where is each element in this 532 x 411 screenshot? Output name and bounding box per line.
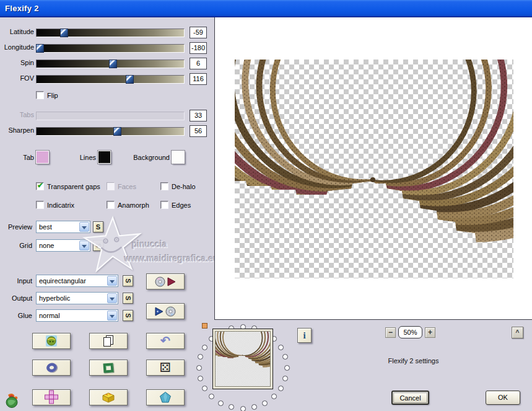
- torus-button[interactable]: [32, 360, 71, 376]
- collapse-button[interactable]: ^: [512, 327, 523, 338]
- slider-value[interactable]: 6: [190, 58, 207, 69]
- preview-select[interactable]: best: [36, 221, 90, 233]
- input-select-label: Input: [0, 277, 32, 285]
- window-title: Flexify 2: [0, 0, 532, 17]
- input-select[interactable]: equirectangular: [36, 275, 118, 287]
- background-color-swatch[interactable]: [172, 151, 185, 164]
- slider-value[interactable]: 56: [190, 125, 207, 137]
- decor-dot: [202, 345, 207, 350]
- grid-select[interactable]: none: [36, 239, 90, 252]
- output-select[interactable]: hyperbolic: [36, 292, 118, 304]
- zoom-level: 50%: [398, 326, 422, 338]
- slider-value[interactable]: 33: [190, 110, 207, 122]
- zoom-out-button[interactable]: −: [385, 327, 396, 338]
- input-s-button[interactable]: S: [123, 275, 133, 286]
- slider-track[interactable]: [36, 75, 185, 84]
- de-halo-checkbox[interactable]: [160, 182, 168, 190]
- output-select-value: hyperbolic: [39, 294, 70, 302]
- dice-icon: ⚄: [160, 361, 171, 374]
- slider-row-longitude: Longitude -180: [0, 42, 214, 55]
- gift-box-button[interactable]: [89, 389, 128, 405]
- chevron-down-icon[interactable]: [107, 276, 117, 286]
- flip-checkbox[interactable]: [36, 91, 44, 99]
- titlebar[interactable]: Flexify 2: [0, 0, 532, 17]
- slider-track[interactable]: [36, 127, 185, 136]
- polyhedron-button[interactable]: [146, 389, 185, 405]
- globe-button[interactable]: [32, 333, 71, 349]
- glue-select[interactable]: normal: [36, 309, 118, 322]
- orange-marker[interactable]: [202, 323, 207, 329]
- slider-thumb[interactable]: [113, 127, 121, 136]
- cancel-button[interactable]: Cancel: [391, 391, 429, 405]
- red-play-icon: [167, 277, 176, 286]
- slider-value[interactable]: 116: [190, 73, 207, 85]
- slider-track: [36, 112, 185, 120]
- checkbox-label: Anamorph: [118, 201, 149, 209]
- slider-row-spin: Spin 6: [0, 58, 214, 70]
- settings-status-text: Flexify 2 settings: [362, 357, 464, 365]
- slider-label: Tabs: [0, 111, 34, 118]
- decor-dot: [240, 406, 246, 411]
- load-settings-button[interactable]: [146, 273, 185, 289]
- frame-button[interactable]: [89, 360, 128, 376]
- decor-dot: [209, 394, 214, 399]
- slider-label: Sharpen: [0, 126, 34, 134]
- watermark-line2: www.maidiregrafica.eu: [124, 254, 214, 263]
- chevron-down-icon[interactable]: [107, 293, 117, 303]
- slider-label: Spin: [0, 59, 34, 66]
- ok-button[interactable]: OK: [486, 391, 520, 405]
- copy-button[interactable]: [89, 333, 128, 349]
- edges-checkbox[interactable]: [160, 201, 168, 209]
- flexify-dialog: Flexify 2 Latitude -59 Longitude -180 Sp…: [0, 0, 532, 411]
- checkbox-label: Indicatrix: [47, 201, 74, 209]
- slider-thumb[interactable]: [36, 44, 44, 53]
- glue-select-value: normal: [39, 312, 60, 319]
- cd-icon: [155, 276, 165, 287]
- decor-dot: [282, 376, 288, 381]
- preview-panel: [214, 17, 532, 320]
- anamorph-checkbox[interactable]: [107, 201, 115, 209]
- checkbox-label: De-halo: [172, 183, 196, 190]
- slider-row-tabs: Tabs 33: [0, 110, 214, 122]
- indicatrix-checkbox[interactable]: [36, 201, 44, 209]
- decor-dot: [218, 400, 224, 406]
- lines-color-label: Lines: [62, 154, 96, 161]
- render-image[interactable]: [235, 60, 513, 278]
- save-settings-button[interactable]: [146, 303, 185, 319]
- preview-s-button[interactable]: S: [93, 221, 103, 232]
- grid-s-button[interactable]: S: [93, 240, 103, 251]
- copy-pages-icon: [103, 335, 114, 347]
- slider-track[interactable]: [36, 44, 185, 53]
- flip-label: Flip: [47, 92, 58, 99]
- slider-thumb[interactable]: [109, 60, 117, 68]
- cube-net-cross-icon: [43, 390, 59, 405]
- tab-color-swatch[interactable]: [36, 151, 49, 164]
- glue-s-button[interactable]: S: [123, 310, 133, 321]
- slider-value[interactable]: -59: [190, 27, 207, 38]
- undo-arrow-icon: ↶: [160, 335, 170, 347]
- faces-checkbox[interactable]: [107, 182, 115, 190]
- info-button[interactable]: i: [297, 328, 312, 343]
- randomize-button[interactable]: ⚄: [146, 360, 185, 376]
- chevron-down-icon[interactable]: [79, 222, 89, 232]
- slider-thumb[interactable]: [60, 29, 68, 37]
- decor-dot: [278, 386, 284, 391]
- slider-value[interactable]: -180: [190, 42, 207, 54]
- chevron-down-icon[interactable]: [79, 241, 89, 250]
- decor-dot: [196, 365, 202, 371]
- output-s-button[interactable]: S: [123, 293, 133, 304]
- slider-thumb[interactable]: [126, 75, 134, 84]
- slider-track[interactable]: [36, 29, 185, 37]
- cube-net-button[interactable]: [32, 389, 71, 405]
- checkbox-label: Edges: [172, 201, 191, 209]
- transparent-gaps-checkbox[interactable]: [36, 182, 44, 190]
- lines-color-swatch[interactable]: [98, 151, 111, 164]
- slider-label: FOV: [0, 74, 34, 82]
- undo-button[interactable]: ↶: [146, 333, 185, 349]
- zoom-in-button[interactable]: +: [425, 327, 435, 338]
- decor-dot: [278, 345, 284, 350]
- thumbnail-image[interactable]: [215, 331, 271, 387]
- chevron-down-icon[interactable]: [107, 311, 117, 320]
- thumbnail-frame[interactable]: [212, 329, 273, 389]
- flaming-pear-rose-icon[interactable]: [4, 392, 21, 409]
